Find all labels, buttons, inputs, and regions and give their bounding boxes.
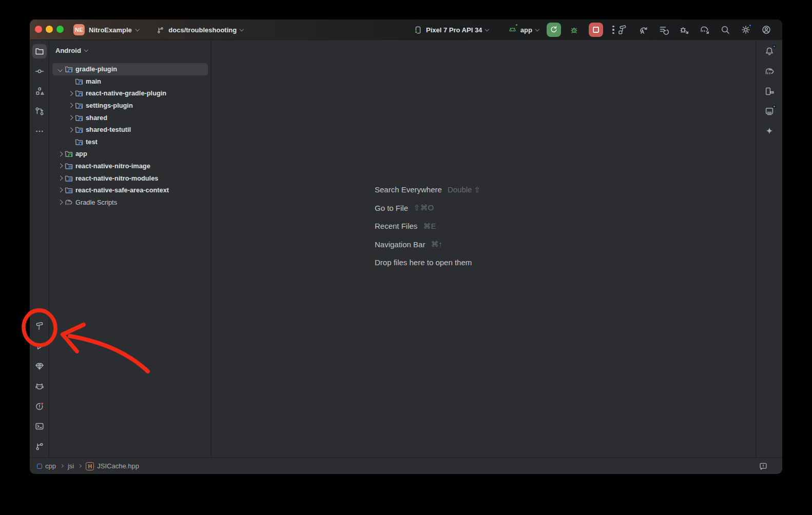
left-tool-strip	[30, 40, 49, 458]
search-everywhere-button[interactable]	[720, 24, 731, 35]
breadcrumb-separator-icon	[60, 464, 64, 468]
tree-item[interactable]: react-native-safe-area-context	[52, 184, 208, 196]
chevron-right-icon[interactable]	[57, 164, 62, 168]
module-folder-icon	[74, 101, 84, 110]
window-controls	[35, 26, 64, 33]
shapes-icon	[34, 86, 45, 96]
module-folder-icon	[74, 89, 84, 97]
chevron-right-icon[interactable]	[57, 176, 62, 181]
library-folder-icon	[64, 174, 74, 183]
tree-item-label: shared	[86, 114, 107, 122]
shortcut-keys: ⌘↑	[431, 240, 442, 249]
problems-tool-button[interactable]	[32, 399, 47, 413]
build-button[interactable]	[617, 24, 628, 35]
tree-item[interactable]: react-native-nitro-modules	[52, 172, 208, 184]
apply-changes-button[interactable]	[637, 24, 649, 35]
chevron-down-icon	[240, 27, 244, 31]
version-control-tool-button[interactable]	[32, 439, 47, 453]
tree-item[interactable]: app	[52, 148, 208, 160]
device-manager-tool-button[interactable]	[762, 104, 777, 118]
apply-code-changes-button[interactable]	[658, 24, 669, 35]
badge-dot	[772, 105, 776, 108]
chevron-right-icon[interactable]	[68, 115, 72, 120]
module-badge-icon	[37, 464, 42, 469]
debug-button[interactable]	[568, 24, 579, 35]
run-configuration-selector[interactable]: app	[508, 25, 539, 35]
branch-name: docs/troubleshooting	[168, 26, 237, 34]
profile-button[interactable]	[761, 24, 772, 35]
tree-item-label: gradle-plugin	[75, 65, 117, 73]
breadcrumb-label: jsi	[68, 462, 74, 470]
shortcut-hint: Go to File⇧⌘O	[375, 199, 480, 217]
tree-item-label: react-native-nitro-modules	[75, 174, 158, 182]
chevron-down-icon[interactable]	[57, 67, 62, 71]
running-devices-tool-button[interactable]	[762, 84, 777, 98]
chevron-right-icon[interactable]	[68, 103, 72, 108]
tree-item-label: shared-testutil	[86, 126, 131, 133]
run-tool-button[interactable]	[32, 339, 47, 353]
tree-item[interactable]: react-native-gradle-plugin	[52, 87, 208, 100]
tree-item[interactable]: settings-plugin	[52, 100, 208, 112]
tree-item[interactable]: shared	[52, 111, 208, 124]
shortcut-label: Navigation Bar	[375, 240, 425, 249]
terminal-tool-button[interactable]	[32, 419, 47, 433]
tree-item[interactable]: gradle-plugin	[52, 63, 208, 75]
project-selector[interactable]: NitroExample	[89, 26, 132, 34]
project-tool-button[interactable]	[32, 44, 47, 58]
main-content: Android gradle-pluginmainreact-native-gr…	[30, 40, 782, 458]
zoom-window-button[interactable]	[56, 26, 64, 33]
breadcrumb-item[interactable]: jsi	[68, 462, 74, 470]
tree-item-label: Gradle Scripts	[75, 199, 117, 206]
status-bar: cppjsiHJSICache.hpp	[30, 458, 782, 474]
attach-debugger-button[interactable]	[679, 24, 690, 35]
tree-item[interactable]: shared-testutil	[52, 124, 208, 136]
settings-button[interactable]	[740, 24, 751, 35]
device-selector[interactable]: Pixel 7 Pro API 34	[414, 26, 489, 34]
pull-requests-tool-button[interactable]	[32, 104, 47, 118]
chevron-right-icon[interactable]	[57, 151, 62, 156]
chevron-right-icon[interactable]	[57, 188, 62, 192]
shortcut-keys: ⇧⌘O	[414, 203, 434, 212]
play-icon	[34, 341, 45, 351]
logcat-tool-button[interactable]	[32, 379, 47, 393]
commit-tool-button[interactable]	[32, 64, 47, 78]
tree-item-label: react-native-gradle-plugin	[86, 89, 166, 97]
notifications-tool-button[interactable]	[762, 44, 777, 58]
vcs-branch-selector[interactable]: docs/troubleshooting	[156, 26, 243, 34]
gradle-sync-button[interactable]	[699, 24, 710, 35]
editor-area[interactable]: Search EverywhereDouble ⇧Go to File⇧⌘ORe…	[211, 40, 756, 458]
shortcut-hint: Recent Files⌘E	[375, 217, 480, 235]
notifications-bubble-icon[interactable]	[758, 461, 769, 472]
project-view-selector[interactable]: Android	[49, 44, 211, 56]
chevron-right-icon[interactable]	[68, 127, 72, 132]
tree-item[interactable]: main	[52, 75, 208, 88]
tree-item[interactable]: Gradle Scripts	[52, 196, 208, 209]
tree-item-label: react-native-safe-area-context	[75, 186, 169, 194]
more-tool-windows-tool-button[interactable]	[32, 124, 47, 138]
tree-item[interactable]: react-native-nitro-image	[52, 160, 208, 172]
shortcut-label: Search Everywhere	[375, 185, 442, 194]
build-tool-button[interactable]	[32, 319, 47, 333]
resource-manager-tool-button[interactable]	[32, 84, 47, 98]
close-window-button[interactable]	[35, 26, 42, 33]
breadcrumb-item[interactable]: cpp	[37, 462, 56, 470]
tree-item[interactable]: test	[52, 136, 208, 148]
library-folder-icon	[64, 186, 74, 194]
gemini-tool-button[interactable]	[762, 124, 777, 138]
more-actions-button[interactable]	[609, 24, 617, 36]
title-bar: NE NitroExample docs/troubleshooting Pix…	[30, 19, 782, 40]
breadcrumb-item[interactable]: HJSICache.hpp	[86, 462, 139, 470]
stop-button[interactable]	[589, 23, 603, 37]
app-quality-insights-tool-button[interactable]	[32, 359, 47, 373]
device-android-icon	[764, 86, 775, 96]
folder-icon	[34, 46, 45, 56]
rerun-button[interactable]	[547, 23, 561, 37]
minimize-window-button[interactable]	[46, 26, 53, 33]
tree-item-label: main	[86, 77, 101, 85]
run-config-name: app	[520, 26, 532, 34]
tree-item-label: test	[86, 138, 98, 146]
chevron-right-icon[interactable]	[68, 91, 72, 95]
gradle-tool-button[interactable]	[762, 64, 777, 78]
chevron-right-icon[interactable]	[57, 200, 62, 205]
problems-icon	[34, 401, 45, 411]
